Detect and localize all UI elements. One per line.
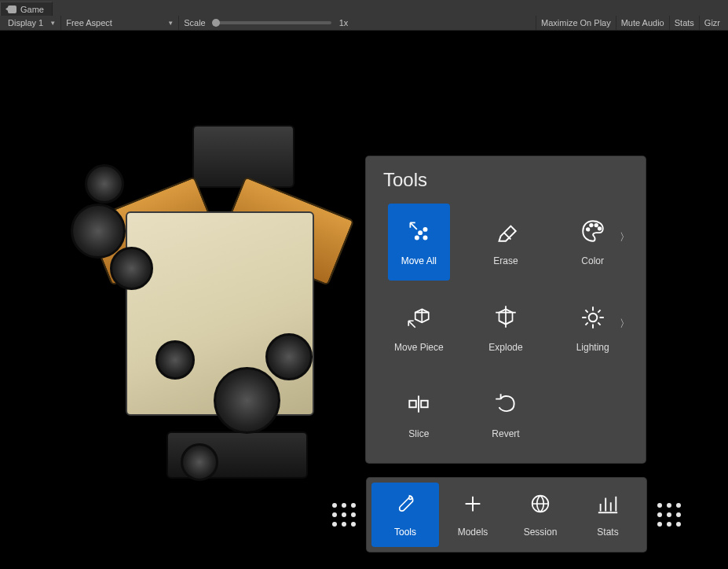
- engine-pulley: [85, 164, 124, 204]
- tool-explode[interactable]: Explode: [467, 285, 545, 372]
- tool-label: Revert: [492, 428, 519, 439]
- palette-icon: [580, 218, 606, 248]
- engine-pulley: [71, 204, 126, 259]
- engine-pulley: [214, 367, 280, 434]
- scale-value: 1x: [339, 18, 349, 28]
- game-viewport[interactable]: Tools Move All: [0, 31, 728, 569]
- slider-knob[interactable]: [212, 19, 220, 27]
- svg-point-2: [415, 236, 419, 239]
- stats-label: Stats: [675, 18, 694, 28]
- scale-label: Scale: [184, 18, 206, 28]
- chevron-down-icon: ▼: [49, 20, 56, 27]
- engine-pulley: [181, 443, 218, 481]
- svg-point-0: [419, 231, 422, 234]
- nav-label: Models: [458, 527, 488, 538]
- explode-icon: [492, 304, 519, 334]
- aspect-dropdown[interactable]: Free Aspect ▼: [61, 16, 179, 30]
- tool-label: Color: [581, 255, 604, 266]
- svg-point-4: [587, 228, 589, 230]
- tool-slice[interactable]: Slice: [380, 372, 458, 458]
- svg-point-3: [424, 236, 427, 239]
- tools-grid: Move All Erase: [366, 199, 646, 466]
- tool-label: Slice: [408, 428, 429, 439]
- engine-pulley: [155, 340, 195, 380]
- svg-rect-10: [422, 401, 429, 408]
- maximize-on-play-toggle[interactable]: Maximize On Play: [536, 16, 616, 30]
- nav-item-tools[interactable]: Tools: [371, 483, 439, 547]
- main-nav-bar: Tools Models Session: [367, 478, 646, 552]
- tool-label: Move All: [401, 255, 437, 266]
- nav-item-session[interactable]: Session: [507, 483, 574, 547]
- nav-item-models[interactable]: Models: [439, 483, 507, 547]
- chevron-right-icon: 〉: [620, 230, 630, 244]
- svg-point-8: [588, 314, 597, 322]
- display-dropdown-label: Display 1: [8, 18, 43, 28]
- move-piece-icon: [405, 304, 432, 334]
- nav-item-stats[interactable]: Stats: [574, 483, 642, 547]
- erase-icon: [492, 218, 519, 248]
- stats-toggle[interactable]: Stats: [669, 16, 699, 30]
- tool-move-all[interactable]: Move All: [388, 204, 450, 281]
- tool-revert[interactable]: Revert: [467, 372, 545, 458]
- mute-label: Mute Audio: [621, 18, 664, 28]
- chevron-down-icon: ▼: [167, 20, 174, 27]
- tool-label: Explode: [488, 342, 522, 353]
- svg-point-5: [590, 224, 592, 226]
- tab-game[interactable]: Game: [0, 2, 53, 16]
- game-controller-icon: [5, 6, 16, 13]
- nav-label: Stats: [597, 527, 618, 538]
- game-view-control-bar: Display 1 ▼ Free Aspect ▼ Scale 1x Maxim…: [0, 16, 728, 31]
- revert-icon: [492, 391, 519, 420]
- engine-pulley: [110, 247, 153, 290]
- svg-point-1: [424, 228, 427, 231]
- globe-icon: [529, 492, 552, 519]
- gizmos-dropdown[interactable]: Gizr: [699, 16, 725, 30]
- bar-chart-icon: [596, 492, 620, 519]
- tool-erase[interactable]: Erase: [467, 199, 545, 285]
- scale-slider[interactable]: [214, 21, 331, 24]
- tool-move-piece[interactable]: Move Piece: [380, 285, 458, 372]
- plus-icon: [461, 492, 485, 519]
- wrench-icon: [393, 492, 417, 519]
- nav-bar-wrap: Tools Models Session: [338, 472, 675, 557]
- maximize-label: Maximize On Play: [541, 18, 611, 28]
- tool-label: Lighting: [576, 342, 609, 353]
- tab-label: Game: [20, 5, 44, 14]
- drag-handle-left[interactable]: [332, 503, 356, 527]
- lighting-icon: [580, 304, 606, 334]
- nav-label: Session: [524, 527, 558, 538]
- svg-point-6: [594, 224, 597, 226]
- aspect-dropdown-label: Free Aspect: [66, 18, 112, 28]
- engine-pulley: [265, 333, 313, 380]
- mute-audio-toggle[interactable]: Mute Audio: [616, 16, 669, 30]
- svg-point-11: [409, 497, 412, 500]
- tool-lighting[interactable]: Lighting 〉: [554, 285, 631, 372]
- move-all-icon: [405, 218, 432, 248]
- slice-icon: [405, 391, 432, 420]
- display-dropdown[interactable]: Display 1 ▼: [3, 16, 61, 30]
- tool-color[interactable]: Color 〉: [554, 199, 631, 285]
- scale-control: Scale 1x: [179, 16, 353, 30]
- engine-model[interactable]: [63, 117, 377, 455]
- gizmos-label: Gizr: [704, 18, 720, 28]
- drag-handle-right[interactable]: [657, 503, 681, 527]
- svg-rect-9: [410, 401, 417, 408]
- nav-label: Tools: [394, 527, 416, 538]
- chevron-right-icon: 〉: [620, 317, 630, 331]
- tools-panel-title: Tools: [366, 156, 646, 199]
- tool-label: Erase: [493, 255, 518, 266]
- tools-panel: Tools Move All: [366, 156, 646, 463]
- window-tab-bar: Game: [0, 0, 728, 16]
- tool-label: Move Piece: [394, 342, 444, 353]
- svg-point-7: [598, 227, 600, 229]
